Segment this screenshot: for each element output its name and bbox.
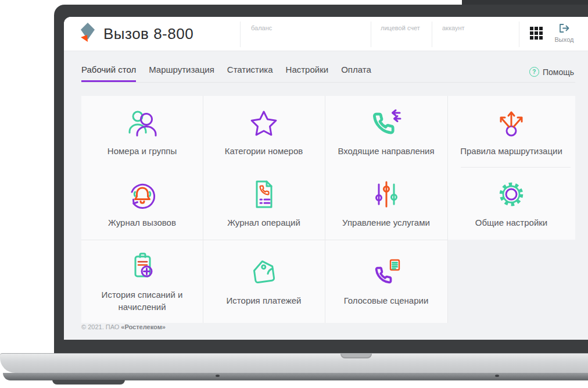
laptop-base	[0, 353, 588, 387]
tile-label: Журнал вызовов	[108, 216, 176, 229]
brand[interactable]: Вызов 8-800	[80, 19, 193, 48]
tab-payment[interactable]: Оплата	[341, 65, 371, 82]
header-divider	[371, 22, 371, 47]
gear-icon	[495, 178, 528, 211]
laptop-screw	[216, 375, 220, 377]
tab-settings[interactable]: Настройки	[286, 65, 329, 82]
header-divider	[432, 22, 432, 47]
tab-desktop[interactable]: Рабочий стол	[81, 65, 136, 82]
app-header: Вызов 8-800 баланс лицевой счет аккаунт	[64, 17, 588, 51]
main-nav: Рабочий стол Маршрутизация Статистика На…	[81, 58, 575, 83]
tile-label: История списаний и начислений	[90, 289, 195, 313]
app-title: Вызов 8-800	[103, 25, 193, 43]
balance-label: баланс	[251, 24, 272, 31]
laptop-screw	[495, 375, 499, 377]
routing-arrows-icon	[495, 106, 528, 139]
tile-label: Номера и группы	[107, 145, 177, 157]
voice-script-icon	[370, 256, 403, 289]
operations-doc-icon	[248, 178, 280, 211]
tile-label: Голосовые сценарии	[344, 294, 429, 307]
sliders-icon	[370, 178, 403, 211]
laptop-lid-notch	[340, 354, 372, 358]
laptop-base-top	[0, 353, 588, 373]
tile-label: Общие настройки	[475, 216, 548, 229]
tile-charges-history[interactable]: История списаний и начислений	[81, 240, 203, 323]
users-icon	[126, 106, 159, 139]
call-log-bell-icon	[126, 178, 159, 211]
tile-payments-history[interactable]: История платежей	[203, 240, 325, 323]
tab-statistics[interactable]: Статистика	[227, 65, 273, 82]
laptop-mockup: Вызов 8-800 баланс лицевой счет аккаунт	[0, 0, 588, 388]
tab-routing[interactable]: Маршрутизация	[149, 65, 214, 82]
tile-voice-scenarios[interactable]: Голосовые сценарии	[325, 240, 447, 323]
logout-label: Выход	[551, 36, 578, 43]
tile-operations-log[interactable]: Журнал операций	[203, 167, 325, 240]
header-divider	[519, 22, 519, 47]
logout-button[interactable]: Выход	[551, 24, 578, 43]
clipboard-plus-icon	[126, 250, 159, 283]
company-name: «Ростелеком»	[121, 323, 166, 330]
tile-incoming-directions[interactable]: Входящие направления	[325, 96, 447, 167]
header-divider	[240, 22, 241, 47]
laptop-foot	[52, 380, 125, 385]
tile-label: Правила маршрутизации	[460, 145, 562, 157]
tile-label: История платежей	[227, 294, 302, 307]
star-icon	[248, 106, 280, 139]
exit-icon	[559, 24, 569, 33]
tile-label: Входящие направления	[338, 145, 434, 157]
help-label: Помощь	[543, 67, 574, 77]
app-screen: Вызов 8-800 баланс лицевой счет аккаунт	[64, 17, 588, 340]
tile-numbers-groups[interactable]: Номера и группы	[81, 96, 203, 167]
tile-label: Управление услугами	[342, 216, 430, 229]
tile-service-management[interactable]: Управление услугами	[325, 167, 447, 240]
wallet-icon	[248, 256, 280, 289]
incoming-call-icon	[370, 106, 403, 139]
tile-call-log[interactable]: Журнал вызовов	[81, 167, 203, 240]
tile-label: Журнал операций	[227, 216, 300, 229]
help-link[interactable]: Помощь	[529, 67, 574, 77]
grid-apps-icon[interactable]	[530, 27, 543, 40]
copyright-text: © 2021. ПАО	[81, 323, 121, 330]
account-number-label: лицевой счет	[381, 24, 420, 31]
rostelecom-logo-icon	[80, 22, 95, 45]
copyright: © 2021. ПАО «Ростелеком»	[81, 323, 166, 330]
tile-label: Категории номеров	[225, 145, 303, 157]
help-question-icon	[529, 67, 539, 77]
tile-number-categories[interactable]: Категории номеров	[203, 96, 325, 167]
tile-general-settings[interactable]: Общие настройки	[447, 167, 575, 240]
tile-routing-rules[interactable]: Правила маршрутизации	[447, 96, 575, 167]
account-label: аккаунт	[442, 24, 465, 31]
